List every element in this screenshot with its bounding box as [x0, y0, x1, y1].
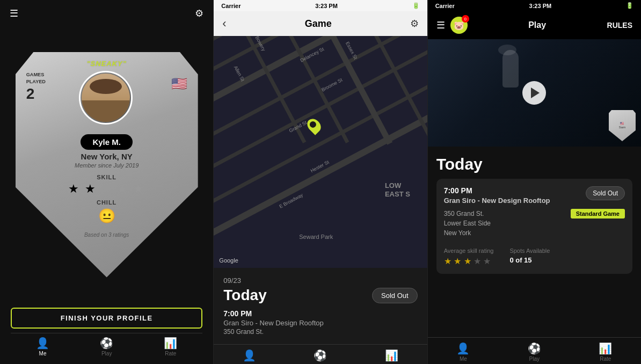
rules-tab[interactable]: RULES [607, 21, 632, 30]
game-title: Game [305, 18, 332, 30]
game-header: ‹ Game ⚙ [214, 11, 427, 36]
low-east-label: LOWEAST S [385, 181, 410, 198]
hamburger-icon[interactable]: ☰ [10, 8, 18, 19]
me-icon: 👤 [36, 337, 49, 350]
based-on-text: Based on 3 ratings [84, 232, 129, 238]
nav-label-rate: Rate [165, 351, 176, 356]
shield-container: "SNEAKY" GAMESPLAYED 2 🇺🇸 Kyle M. New Yo… [0, 27, 213, 302]
battery-icon: 🔋 [412, 2, 420, 9]
card-address: 350 Grand St. Lower East Side New York [444, 209, 491, 238]
p3-battery: 🔋 [626, 2, 633, 9]
games-played: GAMESPLAYED 2 [26, 71, 46, 103]
chill-face-icon: 😐 [97, 208, 116, 224]
star-filled-1: ★ [68, 182, 80, 195]
p2-nav-rate[interactable]: 📊 [385, 349, 398, 362]
card-stats: Average skill rating ★ ★ ★ ★ ★ Spots Ava… [444, 247, 625, 266]
play-tab[interactable]: Play [528, 20, 546, 30]
game-info: 09/23 Today Sold Out 7:00 PM Gran Siro -… [214, 268, 427, 344]
map-background: Delancey St Broome St Grand St Hester St… [214, 36, 427, 268]
chill-section: CHILL 😐 [97, 199, 116, 227]
avg-skill-group: Average skill rating ★ ★ ★ ★ ★ [444, 247, 494, 266]
address-line3: New York [444, 229, 471, 237]
settings-icon[interactable]: ⚙ [195, 8, 203, 19]
nav-item-me[interactable]: 👤 Me [36, 337, 49, 356]
rate-icon: 📊 [164, 337, 177, 350]
p2-me-icon: 👤 [243, 349, 256, 362]
p2-nav-play[interactable]: ⚽ [314, 349, 327, 362]
game-settings-icon[interactable]: ⚙ [410, 18, 419, 30]
play-today-label: Today [436, 155, 632, 173]
p2-play-icon: ⚽ [314, 349, 327, 362]
play-header-left: ☰ 🐷 0 [436, 17, 468, 34]
game-card: 7:00 PM Gran Siro - New Design Rooftop S… [436, 179, 632, 274]
avatar-wrapper [46, 71, 166, 125]
panel3-status-bar: Carrier 3:23 PM 🔋 [428, 0, 641, 11]
seward-park-label: Seward Park [299, 234, 333, 240]
shield-tag: "SNEAKY" [86, 60, 127, 68]
piggy-icon[interactable]: 🐷 0 [450, 17, 468, 34]
member-since: Member since July 2019 [75, 162, 139, 169]
avg-skill-label: Average skill rating [444, 247, 494, 254]
avg-skill-stars: ★ ★ ★ ★ ★ [444, 256, 494, 266]
play-button[interactable] [522, 81, 546, 105]
card-info: 7:00 PM Gran Siro - New Design Rooftop [444, 186, 550, 205]
avatar [79, 71, 133, 125]
cs-star2: ★ [454, 257, 461, 266]
shield-top-row: GAMESPLAYED 2 🇺🇸 [16, 71, 198, 125]
chill-label: CHILL [97, 199, 116, 206]
star-filled-2: ★ [85, 182, 97, 195]
play-hamburger-icon[interactable]: ☰ [436, 19, 445, 31]
video-section[interactable]: 🇺🇸 Sam [428, 39, 641, 147]
star-empty-1: ★ [101, 182, 113, 195]
p3-me-icon: 👤 [456, 342, 470, 355]
play-triangle-icon [531, 88, 540, 98]
spots-label: Spots Available [509, 247, 550, 254]
nav-label-me: Me [39, 351, 47, 356]
avatar-face [82, 74, 130, 122]
p3-nav-me[interactable]: 👤 Me [456, 342, 470, 362]
nav-item-play[interactable]: ⚽ Play [100, 337, 113, 356]
game-panel: Carrier 3:23 PM 🔋 ‹ Game ⚙ Delancey St B… [214, 0, 427, 364]
game-bottom-nav: 👤 ⚽ 📊 [214, 344, 427, 364]
piggy-badge: 0 [462, 15, 469, 23]
p3-nav-play[interactable]: ⚽ Play [528, 342, 541, 362]
play-bottom-nav: 👤 Me ⚽ Play 📊 Rate [428, 337, 641, 364]
card-sold-out-button[interactable]: Sold Out [586, 186, 625, 200]
play-panel: Carrier 3:23 PM 🔋 ☰ 🐷 0 Play RULES [428, 0, 641, 364]
map-pin [308, 118, 320, 133]
address-line2: Lower East Side [444, 220, 491, 227]
card-venue: Gran Siro - New Design Rooftop [444, 196, 550, 205]
spots-group: Spots Available 0 of 15 [509, 247, 550, 264]
back-button[interactable]: ‹ [222, 17, 226, 31]
nav-item-rate[interactable]: 📊 Rate [164, 337, 177, 356]
profile-panel: ☰ ⚙ "SNEAKY" GAMESPLAYED 2 🇺🇸 [0, 0, 214, 364]
username-badge: Kyle M. [81, 134, 133, 150]
star-empty-2: ★ [117, 182, 129, 195]
skill-rating-section: SKILL ★ ★ ★ ★ ★ [68, 174, 145, 196]
p3-me-label: Me [460, 356, 467, 362]
game-address: 350 Grand St. [223, 328, 417, 336]
today-text: Today [223, 287, 266, 304]
play-today-section: Today 7:00 PM Gran Siro - New Design Roo… [428, 147, 641, 278]
cs-star3: ★ [464, 257, 471, 266]
p2-rate-icon: 📊 [385, 349, 398, 362]
spots-value: 0 of 15 [509, 256, 550, 264]
google-label: Google [219, 257, 238, 264]
p3-nav-rate[interactable]: 📊 Rate [599, 342, 612, 362]
cs-star1: ★ [444, 257, 451, 266]
standard-game-badge: Standard Game [571, 209, 625, 219]
play-header: ☰ 🐷 0 Play RULES [428, 11, 641, 39]
finish-profile-button[interactable]: FINISH YOUR PROFILE [11, 308, 202, 329]
map-container[interactable]: Delancey St Broome St Grand St Hester St… [214, 36, 427, 268]
p3-rate-icon: 📊 [599, 342, 612, 355]
date-label: 09/23 [223, 276, 417, 285]
clock-label: 3:23 PM [315, 3, 338, 9]
cs-star4: ★ [474, 257, 481, 266]
cs-star5: ★ [483, 257, 491, 266]
p2-nav-me[interactable]: 👤 [243, 349, 256, 362]
p3-play-icon: ⚽ [528, 342, 541, 355]
sold-out-button[interactable]: Sold Out [372, 288, 418, 303]
shield-inner: "SNEAKY" GAMESPLAYED 2 🇺🇸 Kyle M. New Yo… [16, 52, 198, 238]
flag-icon: 🇺🇸 [171, 76, 187, 91]
address-line1: 350 Grand St. [444, 210, 484, 217]
